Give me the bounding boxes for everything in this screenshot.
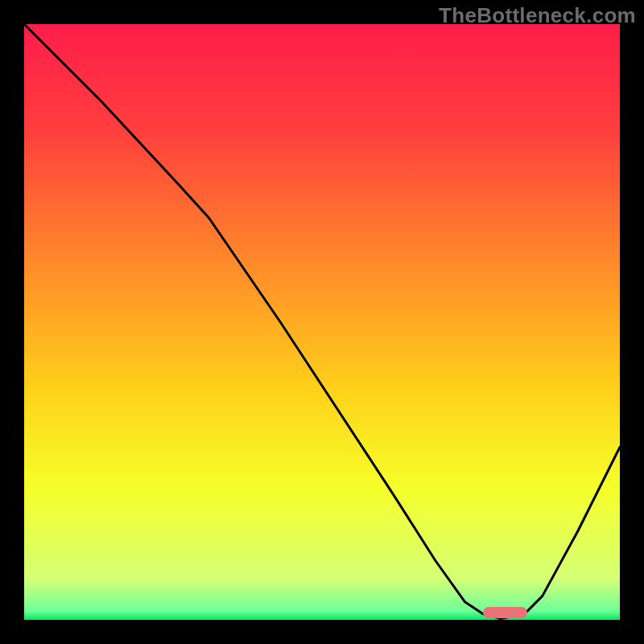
plot-area <box>24 24 620 620</box>
bottleneck-curve <box>24 24 620 619</box>
chart-frame: TheBottleneck.com <box>0 0 644 644</box>
curve-overlay <box>24 24 620 620</box>
watermark-text: TheBottleneck.com <box>439 3 636 28</box>
optimal-range-marker <box>483 607 528 618</box>
